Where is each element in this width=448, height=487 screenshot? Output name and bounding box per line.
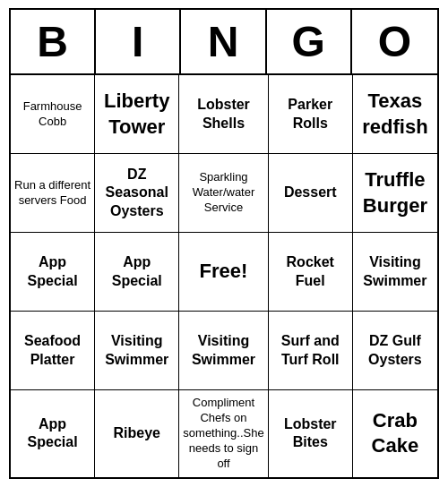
bingo-grid: Farmhouse CobbLiberty TowerLobster Shell… — [11, 75, 437, 476]
bingo-cell-7: Sparkling Water/water Service — [179, 154, 268, 233]
bingo-letter-o: O — [352, 10, 437, 73]
bingo-cell-4: Texas redfish — [353, 75, 437, 154]
bingo-cell-6: DZ Seasonal Oysters — [95, 154, 179, 233]
bingo-cell-24: Crab Cake — [353, 390, 437, 476]
bingo-cell-20: App Special — [11, 390, 95, 476]
bingo-cell-16: Visiting Swimmer — [95, 312, 179, 390]
bingo-header: BINGO — [11, 10, 437, 75]
bingo-cell-14: Visiting Swimmer — [353, 233, 437, 312]
bingo-letter-i: I — [96, 10, 181, 73]
bingo-cell-23: Lobster Bites — [269, 390, 353, 476]
bingo-card: BINGO Farmhouse CobbLiberty TowerLobster… — [9, 8, 439, 478]
bingo-cell-18: Surf and Turf Roll — [269, 312, 353, 390]
bingo-cell-9: Truffle Burger — [353, 154, 437, 233]
bingo-cell-0: Farmhouse Cobb — [11, 75, 95, 154]
bingo-cell-13: Rocket Fuel — [269, 233, 353, 312]
bingo-cell-15: Seafood Platter — [11, 312, 95, 390]
bingo-cell-19: DZ Gulf Oysters — [353, 312, 437, 390]
bingo-cell-10: App Special — [11, 233, 95, 312]
bingo-cell-2: Lobster Shells — [179, 75, 268, 154]
bingo-cell-21: Ribeye — [95, 390, 179, 476]
bingo-letter-n: N — [181, 10, 266, 73]
bingo-cell-5: Run a different servers Food — [11, 154, 95, 233]
bingo-cell-3: Parker Rolls — [269, 75, 353, 154]
bingo-cell-17: Visiting Swimmer — [179, 312, 268, 390]
bingo-letter-b: B — [11, 10, 96, 73]
bingo-cell-1: Liberty Tower — [95, 75, 179, 154]
bingo-cell-12: Free! — [179, 233, 268, 312]
bingo-cell-22: Compliment Chefs on something..She needs… — [179, 390, 268, 476]
bingo-cell-8: Dessert — [269, 154, 353, 233]
bingo-letter-g: G — [267, 10, 352, 73]
bingo-cell-11: App Special — [95, 233, 179, 312]
